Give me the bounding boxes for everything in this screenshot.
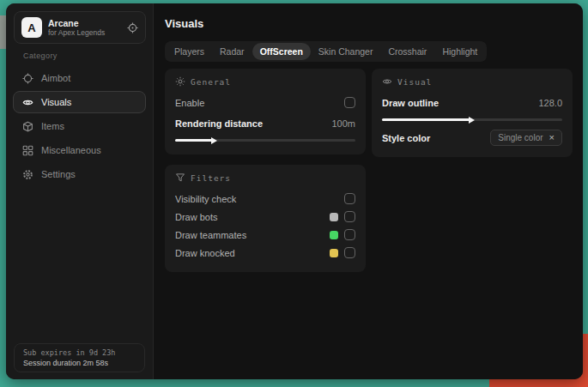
tab-highlight[interactable]: Highlight bbox=[434, 43, 485, 60]
draw-knocked-color-swatch[interactable] bbox=[330, 249, 338, 257]
filter-row: Draw knocked bbox=[175, 244, 355, 262]
style-color-label: Style color bbox=[382, 133, 430, 143]
sidebar-item-items[interactable]: Items bbox=[13, 115, 146, 137]
sidebar-item-miscellaneous[interactable]: Miscellaneous bbox=[13, 139, 146, 161]
sidebar-item-label: Items bbox=[41, 121, 64, 131]
draw-outline-value: 128.0 bbox=[538, 98, 562, 108]
tab-crosshair[interactable]: Crosshair bbox=[380, 43, 434, 60]
draw-knocked-checkbox[interactable] bbox=[344, 247, 355, 258]
app-title: Arcane bbox=[48, 18, 105, 29]
style-color-select[interactable]: Single color × bbox=[490, 130, 562, 146]
draw-teammates-checkbox[interactable] bbox=[344, 229, 355, 240]
main-content: Visuals Players Radar OffScreen Skin Cha… bbox=[154, 3, 583, 379]
panel-title-general: General bbox=[191, 77, 231, 87]
funnel-icon bbox=[175, 172, 185, 183]
visual-panel: Visual Draw outline 128.0 bbox=[372, 69, 573, 157]
tab-offscreen[interactable]: OffScreen bbox=[252, 43, 311, 60]
slider-thumb[interactable] bbox=[469, 117, 475, 124]
enable-checkbox[interactable] bbox=[344, 97, 355, 108]
filter-row: Visibility check bbox=[175, 190, 355, 208]
visibility-check-checkbox[interactable] bbox=[344, 193, 355, 204]
sidebar-item-label: Settings bbox=[41, 169, 76, 179]
eye-icon bbox=[22, 97, 33, 108]
rendering-distance-value: 100m bbox=[331, 118, 355, 129]
subscription-info: Sub expires in 9d 23h Session duration 2… bbox=[14, 343, 145, 372]
tab-skin-changer[interactable]: Skin Changer bbox=[311, 43, 381, 60]
session-duration-text: Session duration 2m 58s bbox=[23, 359, 136, 367]
rendering-distance-label: Rendering distance bbox=[175, 118, 263, 129]
tab-radar[interactable]: Radar bbox=[212, 43, 252, 60]
panel-title-visual: Visual bbox=[397, 77, 432, 87]
gear-icon bbox=[22, 169, 33, 180]
desktop-background: A Arcane for Apex Legends Category bbox=[0, 0, 588, 387]
sidebar-item-label: Miscellaneous bbox=[41, 145, 101, 155]
panel-title-filters: Filters bbox=[191, 173, 231, 183]
sidebar-item-label: Aimbot bbox=[41, 73, 70, 83]
brand-card: A Arcane for Apex Legends bbox=[14, 11, 146, 44]
general-panel: General Enable Rendering distance 100m bbox=[165, 69, 366, 154]
filter-row: Draw teammates bbox=[175, 226, 355, 244]
tab-bar: Players Radar OffScreen Skin Changer Cro… bbox=[165, 41, 487, 62]
package-icon bbox=[22, 121, 33, 132]
draw-bots-color-swatch[interactable] bbox=[330, 213, 338, 221]
grid-icon bbox=[22, 145, 33, 156]
filter-row: Draw bots bbox=[175, 208, 355, 226]
eye-icon bbox=[382, 76, 392, 87]
sub-expiry-text: Sub expires in 9d 23h bbox=[23, 348, 136, 357]
remove-icon[interactable]: × bbox=[549, 133, 555, 142]
draw-bots-checkbox[interactable] bbox=[344, 211, 355, 222]
draw-outline-label: Draw outline bbox=[382, 98, 439, 108]
enable-label: Enable bbox=[175, 98, 204, 108]
crosshair-icon bbox=[22, 73, 33, 84]
sidebar: A Arcane for Apex Legends Category bbox=[6, 3, 154, 379]
app-window: A Arcane for Apex Legends Category bbox=[6, 3, 583, 379]
draw-outline-slider[interactable] bbox=[382, 116, 562, 124]
sidebar-item-settings[interactable]: Settings bbox=[13, 163, 146, 185]
page-title: Visuals bbox=[165, 17, 203, 30]
tab-players[interactable]: Players bbox=[167, 43, 212, 60]
filters-panel: Filters Visibility check Draw bots bbox=[165, 165, 366, 272]
sidebar-item-visuals[interactable]: Visuals bbox=[13, 91, 146, 113]
rendering-distance-slider[interactable] bbox=[175, 136, 355, 144]
sidebar-item-label: Visuals bbox=[41, 97, 71, 107]
draw-teammates-color-swatch[interactable] bbox=[330, 231, 338, 239]
target-icon[interactable] bbox=[127, 22, 138, 33]
app-logo: A bbox=[21, 17, 42, 38]
sun-icon bbox=[175, 76, 185, 87]
slider-thumb[interactable] bbox=[211, 137, 217, 144]
category-label: Category bbox=[23, 51, 58, 60]
sidebar-item-aimbot[interactable]: Aimbot bbox=[13, 67, 146, 89]
sidebar-nav: Aimbot Visuals bbox=[13, 67, 146, 185]
app-subtitle: for Apex Legends bbox=[48, 28, 105, 37]
